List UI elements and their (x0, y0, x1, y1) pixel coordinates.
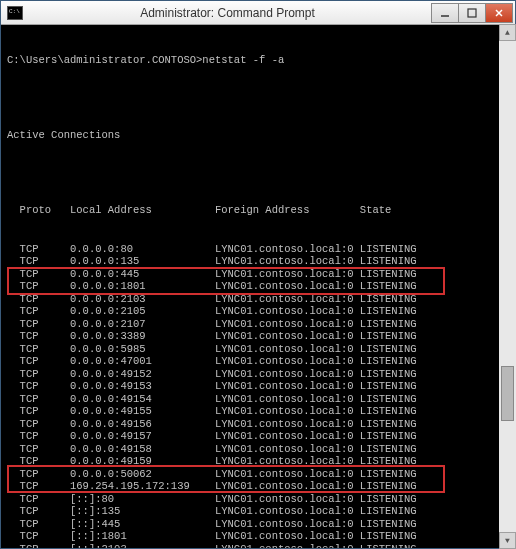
blank-line (7, 167, 509, 180)
table-row: TCP 0.0.0.0:135 LYNC01.contoso.local:0 L… (7, 255, 509, 268)
table-row: TCP 0.0.0.0:49153 LYNC01.contoso.local:0… (7, 380, 509, 393)
close-button[interactable] (485, 3, 513, 23)
chevron-down-icon: ▼ (505, 536, 510, 545)
section-header: Active Connections (7, 129, 509, 142)
table-row: TCP 169.254.195.172:139 LYNC01.contoso.l… (7, 480, 509, 493)
table-row: TCP [::]:135 LYNC01.contoso.local:0 LIST… (7, 505, 509, 518)
table-row: TCP 0.0.0.0:2105 LYNC01.contoso.local:0 … (7, 305, 509, 318)
window-title: Administrator: Command Prompt (23, 6, 432, 20)
prompt-line: C:\Users\administrator.CONTOSO>netstat -… (7, 54, 509, 67)
table-row: TCP 0.0.0.0:49156 LYNC01.contoso.local:0… (7, 418, 509, 431)
scrollbar-track[interactable] (499, 41, 516, 532)
table-row: TCP 0.0.0.0:1801 LYNC01.contoso.local:0 … (7, 280, 509, 293)
terminal-output[interactable]: C:\Users\administrator.CONTOSO>netstat -… (1, 25, 515, 548)
close-icon (494, 8, 504, 18)
maximize-button[interactable] (458, 3, 486, 23)
table-row: TCP 0.0.0.0:49152 LYNC01.contoso.local:0… (7, 368, 509, 381)
maximize-icon (467, 8, 477, 18)
table-row: TCP 0.0.0.0:49155 LYNC01.contoso.local:0… (7, 405, 509, 418)
window-controls (432, 3, 513, 23)
titlebar[interactable]: Administrator: Command Prompt (1, 1, 515, 25)
connections-list: TCP 0.0.0.0:80 LYNC01.contoso.local:0 LI… (7, 243, 509, 549)
table-row: TCP [::]:1801 LYNC01.contoso.local:0 LIS… (7, 530, 509, 543)
table-row: TCP 0.0.0.0:5985 LYNC01.contoso.local:0 … (7, 343, 509, 356)
scrollbar-thumb[interactable] (501, 366, 514, 421)
table-row: TCP 0.0.0.0:49157 LYNC01.contoso.local:0… (7, 430, 509, 443)
table-row: TCP 0.0.0.0:50062 LYNC01.contoso.local:0… (7, 468, 509, 481)
table-row: TCP [::]:80 LYNC01.contoso.local:0 LISTE… (7, 493, 509, 506)
table-row: TCP 0.0.0.0:445 LYNC01.contoso.local:0 L… (7, 268, 509, 281)
blank-line (7, 92, 509, 105)
svg-rect-1 (468, 9, 476, 17)
table-row: TCP 0.0.0.0:2103 LYNC01.contoso.local:0 … (7, 293, 509, 306)
app-icon (7, 6, 23, 20)
table-row: TCP [::]:2103 LYNC01.contoso.local:0 LIS… (7, 543, 509, 549)
table-row: TCP [::]:445 LYNC01.contoso.local:0 LIST… (7, 518, 509, 531)
column-header: Proto Local Address Foreign Address Stat… (7, 204, 509, 217)
table-row: TCP 0.0.0.0:49158 LYNC01.contoso.local:0… (7, 443, 509, 456)
table-row: TCP 0.0.0.0:2107 LYNC01.contoso.local:0 … (7, 318, 509, 331)
minimize-button[interactable] (431, 3, 459, 23)
table-row: TCP 0.0.0.0:49159 LYNC01.contoso.local:0… (7, 455, 509, 468)
scroll-up-button[interactable]: ▲ (499, 24, 516, 41)
vertical-scrollbar[interactable]: ▲ ▼ (499, 24, 516, 549)
table-row: TCP 0.0.0.0:3389 LYNC01.contoso.local:0 … (7, 330, 509, 343)
table-row: TCP 0.0.0.0:47001 LYNC01.contoso.local:0… (7, 355, 509, 368)
command-prompt-window: Administrator: Command Prompt C:\Users\a… (0, 0, 516, 549)
minimize-icon (440, 8, 450, 18)
table-row: TCP 0.0.0.0:49154 LYNC01.contoso.local:0… (7, 393, 509, 406)
chevron-up-icon: ▲ (505, 28, 510, 37)
table-row: TCP 0.0.0.0:80 LYNC01.contoso.local:0 LI… (7, 243, 509, 256)
scroll-down-button[interactable]: ▼ (499, 532, 516, 549)
